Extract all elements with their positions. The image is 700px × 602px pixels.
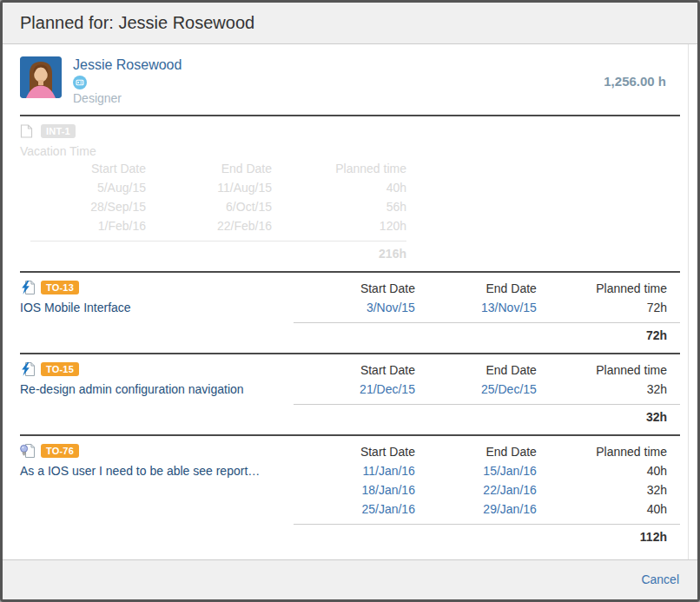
table-header-row: Start DateEnd DatePlanned time — [294, 361, 680, 380]
total-divider — [294, 404, 680, 405]
start-date-link[interactable]: 25/Jan/16 — [294, 499, 415, 519]
end-date-link[interactable]: 22/Jan/16 — [415, 480, 537, 499]
dialog-title: Planned for: Jessie Rosewood — [20, 12, 680, 33]
planned-time-table: Start DateEnd DatePlanned time11/Jan/161… — [294, 442, 680, 546]
dialog-body: Jessie Rosewood Designer 1,256.00 h INT-… — [3, 44, 697, 559]
issue-cell: TO-76As a IOS user I need to be able see… — [20, 442, 294, 546]
planned-time-value: 72h — [537, 298, 680, 317]
end-date-link: 11/Aug/15 — [146, 178, 272, 197]
user-avatar — [20, 56, 62, 98]
planned-time-value: 120h — [272, 216, 406, 235]
issue-key-badge: TO-76 — [41, 444, 79, 458]
table-header-row: Start DateEnd DatePlanned time — [294, 442, 680, 461]
planned-time-table: Start DateEnd DatePlanned time3/Nov/1513… — [294, 279, 680, 345]
section-grid: TO-76As a IOS user I need to be able see… — [20, 442, 680, 546]
col-header-planned-time: Planned time — [537, 361, 680, 380]
planned-time-value: 32h — [537, 480, 680, 499]
table-header-row: Start DateEnd DatePlanned time — [294, 279, 680, 298]
user-name-link[interactable]: Jessie Rosewood — [73, 56, 182, 73]
col-header-start-date: Start Date — [20, 159, 146, 178]
total-divider — [294, 524, 680, 525]
planned-period-row: 28/Sep/156/Oct/1556h — [20, 197, 406, 216]
start-date-link[interactable]: 21/Dec/15 — [294, 380, 415, 399]
section-total-hours: 216h — [20, 244, 406, 263]
col-header-planned-time: Planned time — [537, 279, 680, 298]
planned-period-row: 3/Nov/1513/Nov/1572h — [294, 298, 680, 317]
col-header-start-date: Start Date — [294, 279, 415, 298]
issue-title-link[interactable]: As a IOS user I need to be able see repo… — [20, 463, 294, 479]
issue-header: TO-76 — [20, 442, 294, 460]
task-icon — [20, 281, 35, 294]
start-date-link: 28/Sep/15 — [20, 197, 146, 216]
start-date-link: 1/Feb/16 — [20, 216, 146, 235]
planned-time-table: Start DateEnd DatePlanned time21/Dec/152… — [294, 361, 680, 427]
issue-cell: TO-15Re-design admin configuration navig… — [20, 361, 294, 427]
dialog-header: Planned for: Jessie Rosewood — [3, 3, 697, 44]
start-date-link[interactable]: 3/Nov/15 — [294, 298, 415, 317]
cancel-button[interactable]: Cancel — [641, 572, 679, 586]
issue-title-link[interactable]: IOS Mobile Interface — [20, 300, 294, 315]
section-total-hours: 112h — [294, 527, 680, 546]
col-header-planned-time: Planned time — [272, 159, 406, 178]
col-header-end-date: End Date — [415, 279, 537, 298]
planned-time-value: 56h — [272, 197, 406, 216]
planned-time-value: 40h — [537, 461, 680, 480]
scrollbar-track[interactable] — [688, 44, 689, 559]
end-date-link[interactable]: 25/Dec/15 — [415, 380, 537, 399]
end-date-link: 22/Feb/16 — [146, 216, 272, 235]
col-header-start-date: Start Date — [294, 361, 415, 380]
end-date-link[interactable]: 29/Jan/16 — [415, 499, 537, 519]
user-total-hours: 1,256.00 h — [604, 74, 680, 89]
planned-period-row: 25/Jan/1629/Jan/1640h — [294, 499, 680, 519]
planned-time-table: Start DateEnd DatePlanned time5/Aug/1511… — [20, 159, 406, 263]
start-date-link: 5/Aug/15 — [20, 178, 146, 197]
section-total-hours: 32h — [294, 407, 680, 427]
issue-title-link[interactable]: Re-design admin configuration navigation — [20, 381, 294, 397]
section-grid: TO-15Re-design admin configuration navig… — [20, 361, 680, 427]
col-header-planned-time: Planned time — [537, 442, 680, 461]
issue-section: TO-76As a IOS user I need to be able see… — [20, 436, 680, 554]
user-summary-row: Jessie Rosewood Designer 1,256.00 h — [20, 44, 680, 116]
id-badge-icon — [73, 76, 182, 89]
planned-period-row: 11/Jan/1615/Jan/1640h — [294, 461, 680, 480]
issue-section: TO-15Re-design admin configuration navig… — [20, 354, 680, 436]
issue-header: INT-1 — [20, 122, 680, 140]
issue-key-badge: TO-15 — [41, 362, 79, 376]
issue-header: TO-13 — [20, 279, 294, 296]
section-total-hours: 72h — [294, 326, 680, 345]
planned-period-row: 18/Jan/1622/Jan/1632h — [294, 480, 680, 499]
start-date-link[interactable]: 18/Jan/16 — [294, 480, 415, 499]
planned-time-value: 32h — [537, 380, 680, 399]
dialog-footer: Cancel — [3, 559, 697, 599]
issue-header: TO-15 — [20, 361, 294, 378]
issue-title-link: Vacation Time — [20, 143, 680, 159]
end-date-link: 6/Oct/15 — [146, 197, 272, 216]
section-grid: TO-13IOS Mobile InterfaceStart DateEnd D… — [20, 279, 680, 345]
total-divider — [30, 241, 406, 241]
planned-period-row: 5/Aug/1511/Aug/1540h — [20, 178, 406, 197]
issue-section: TO-13IOS Mobile InterfaceStart DateEnd D… — [20, 273, 680, 354]
task-icon — [20, 362, 35, 376]
user-info: Jessie Rosewood Designer — [73, 56, 182, 106]
col-header-end-date: End Date — [415, 361, 537, 380]
table-header-row: Start DateEnd DatePlanned time — [20, 159, 406, 178]
end-date-link[interactable]: 15/Jan/16 — [415, 461, 537, 480]
user-role: Designer — [73, 91, 182, 106]
issue-key-badge: INT-1 — [41, 124, 76, 138]
start-date-link[interactable]: 11/Jan/16 — [294, 461, 415, 480]
col-header-end-date: End Date — [415, 442, 537, 461]
planned-period-row: 21/Dec/1525/Dec/1532h — [294, 380, 680, 399]
issue-sections: INT-1Vacation TimeStart DateEnd DatePlan… — [20, 116, 680, 554]
story-icon — [20, 444, 35, 458]
planned-time-value: 40h — [272, 178, 406, 197]
issue-section: INT-1Vacation TimeStart DateEnd DatePlan… — [20, 116, 680, 273]
total-divider — [294, 322, 680, 323]
planned-for-dialog: Planned for: Jessie Rosewood Jessie Rose… — [0, 0, 700, 602]
issue-key-badge: TO-13 — [41, 281, 79, 294]
issue-cell: TO-13IOS Mobile Interface — [20, 279, 294, 345]
planned-time-value: 40h — [537, 499, 680, 519]
document-icon — [20, 124, 35, 138]
end-date-link[interactable]: 13/Nov/15 — [415, 298, 537, 317]
col-header-end-date: End Date — [146, 159, 272, 178]
col-header-start-date: Start Date — [294, 442, 415, 461]
